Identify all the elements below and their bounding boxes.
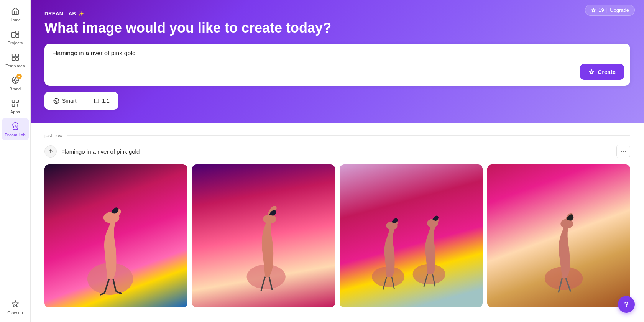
smart-option-button[interactable]: Smart <box>48 94 82 107</box>
help-label: ? <box>624 300 629 309</box>
result-image-1[interactable] <box>44 164 187 307</box>
prompt-input[interactable]: Flamingo in a river of pink gold <box>52 50 623 80</box>
sidebar-item-home-label: Home <box>10 18 21 22</box>
help-button[interactable]: ? <box>618 296 635 313</box>
svg-rect-13 <box>12 100 14 102</box>
sidebar-item-glowup-label: Glow up <box>7 310 23 315</box>
sidebar-item-glowup[interactable]: Glow up <box>2 296 29 318</box>
flamingo-svg-1 <box>44 164 187 307</box>
timestamp: just now <box>44 133 63 138</box>
options-row: Smart 1:1 <box>44 92 118 110</box>
main-content: 19 | Upgrade DREAM LAB ✨ What image woul… <box>31 0 644 322</box>
smart-label: Smart <box>62 98 76 104</box>
svg-rect-25 <box>95 99 99 103</box>
sidebar-item-projects[interactable]: Projects <box>2 26 29 48</box>
sidebar-item-brand-label: Brand <box>10 87 21 91</box>
svg-rect-6 <box>15 58 18 60</box>
projects-icon <box>10 29 20 39</box>
result-prompt-row: Flamingo in a river of pink gold <box>44 145 140 158</box>
result-image-2[interactable] <box>192 164 335 307</box>
svg-rect-3 <box>12 54 15 57</box>
hero-section: 19 | Upgrade DREAM LAB ✨ What image woul… <box>31 0 644 123</box>
result-image-3[interactable] <box>340 164 483 307</box>
svg-rect-5 <box>12 58 15 60</box>
home-icon <box>10 6 20 16</box>
svg-rect-15 <box>12 104 14 106</box>
create-button[interactable]: Create <box>580 64 624 80</box>
arrow-up-icon <box>48 149 53 154</box>
sidebar-item-home[interactable]: Home <box>2 3 29 25</box>
upgrade-icon <box>591 8 596 13</box>
image-grid <box>44 164 630 307</box>
brand-badge: ★ <box>16 74 22 79</box>
sidebar-item-dreamlab[interactable]: Dream Lab <box>2 118 29 140</box>
results-content: just now Flamingo in a river of pink gol… <box>31 123 644 322</box>
upload-icon <box>44 145 57 158</box>
sidebar-item-brand[interactable]: ★ Brand <box>2 72 29 94</box>
create-icon <box>588 69 595 75</box>
sidebar-item-apps[interactable]: Apps <box>2 95 29 117</box>
flamingo-svg-3 <box>340 164 483 307</box>
sidebar-item-templates-label: Templates <box>5 64 25 68</box>
dreamlab-icon <box>10 121 20 131</box>
result-image-4[interactable] <box>487 164 630 307</box>
svg-line-31 <box>100 293 105 295</box>
page-title: What image would you like to create toda… <box>44 20 630 36</box>
ratio-icon <box>94 98 100 104</box>
upgrade-label: Upgrade <box>610 7 629 13</box>
svg-rect-2 <box>15 34 18 37</box>
glowup-icon <box>10 299 20 309</box>
upgrade-button[interactable]: 19 | Upgrade <box>585 5 635 16</box>
result-prompt-text: Flamingo in a river of pink gold <box>61 148 140 155</box>
upgrade-credits: 19 <box>598 7 604 13</box>
option-divider <box>85 96 85 105</box>
svg-rect-1 <box>15 31 18 34</box>
svg-point-20 <box>56 100 58 102</box>
svg-rect-4 <box>15 54 18 57</box>
timeline-separator: just now <box>44 123 630 145</box>
flamingo-svg-2 <box>200 164 335 307</box>
sidebar-item-projects-label: Projects <box>8 41 23 45</box>
sidebar-item-apps-label: Apps <box>10 110 20 114</box>
smart-icon <box>53 97 60 104</box>
svg-rect-14 <box>16 100 18 102</box>
svg-point-34 <box>263 215 276 224</box>
sidebar-item-templates[interactable]: Templates <box>2 49 29 71</box>
sidebar-item-dreamlab-label: Dream Lab <box>5 133 25 137</box>
ratio-option-button[interactable]: 1:1 <box>88 95 115 107</box>
result-header: Flamingo in a river of pink gold ··· <box>44 145 630 158</box>
app-label: DREAM LAB ✨ <box>44 11 630 16</box>
ratio-label: 1:1 <box>102 98 109 104</box>
svg-point-18 <box>15 125 16 127</box>
more-options-button[interactable]: ··· <box>616 145 630 158</box>
svg-rect-0 <box>12 32 15 37</box>
flamingo-svg-4 <box>495 164 630 307</box>
sidebar: Home Projects Templates <box>0 0 31 322</box>
create-label: Create <box>598 69 616 75</box>
prompt-box: Flamingo in a river of pink gold Create <box>44 44 630 86</box>
svg-point-28 <box>104 212 120 223</box>
templates-icon <box>10 52 20 62</box>
brand-icon: ★ <box>10 75 20 85</box>
apps-icon <box>10 98 20 108</box>
